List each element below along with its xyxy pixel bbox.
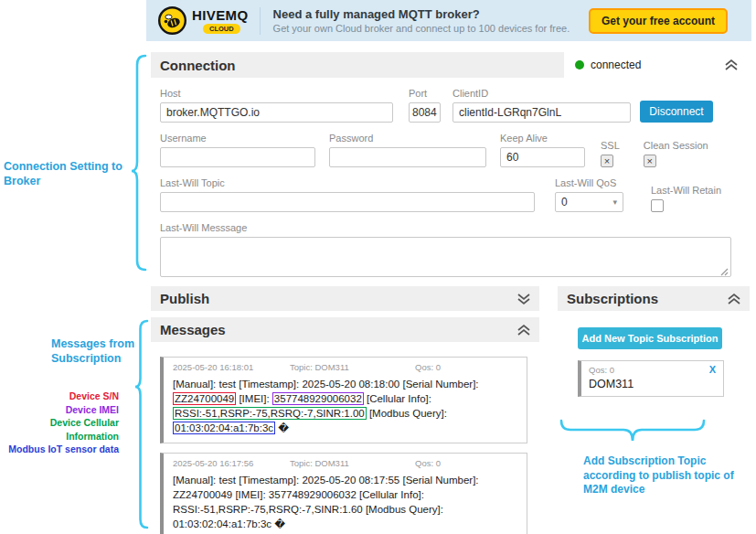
payload-segment: [Manual]: test [Timestamp]: 2025-05-20 0… xyxy=(173,379,479,390)
clean-session-label: Clean Session xyxy=(644,140,708,151)
lastwill-qos-select[interactable]: 0 ▾ xyxy=(555,192,623,212)
message-payload: [Manual]: test [Timestamp]: 2025-05-20 0… xyxy=(173,377,519,435)
annotation-device-labels: Device S/N Device IMEI Device Cellular I… xyxy=(5,390,119,456)
messages-header: Messages xyxy=(151,317,539,342)
cellular-info-value: RSSI:-51,RSRP:-75,RSRQ:-7,SINR:1.60 xyxy=(173,504,363,515)
hivemq-logo: HIVEMQ CLOUD xyxy=(146,5,249,36)
annotation-add-subscription: Add Subscription Topic according to publ… xyxy=(583,454,748,497)
lastwill-message-label: Last-Will Messsage xyxy=(160,222,731,233)
payload-segment: [Modbus Query]: xyxy=(363,504,443,515)
lastwill-retain-label: Last-Will Retain xyxy=(651,185,721,196)
annotation-brace-connection xyxy=(131,54,147,275)
messages-panel: Messages 2025-05-20 16:18:01 Topic: DOM3… xyxy=(151,317,539,534)
port-input[interactable] xyxy=(409,102,441,123)
payload-segment: [IMEI]: xyxy=(236,393,272,404)
payload-segment: [Cellular Info]: xyxy=(364,393,431,404)
annotation-modbus-iot: Modbus IoT sensor data xyxy=(5,443,119,456)
annotation-device-cellular: Device Cellular Information xyxy=(5,416,119,443)
annotation-brace-messages xyxy=(134,319,149,533)
payload-segment: [Manual]: test [Timestamp]: 2025-05-20 0… xyxy=(173,475,479,486)
subscriptions-header: Subscriptions xyxy=(558,286,750,311)
banner-subtext: Get your own Cloud broker and connect up… xyxy=(273,23,570,34)
modbus-query-value: 01:03:02:04:a1:7b:3c xyxy=(173,422,275,434)
publish-title: Publish xyxy=(151,291,209,306)
payload-segment: � xyxy=(272,518,285,529)
publish-header: Publish xyxy=(151,286,539,311)
keepalive-label: Keep Alive xyxy=(500,133,585,144)
cloud-badge: CLOUD xyxy=(203,24,240,34)
resize-handle-icon[interactable] xyxy=(720,268,729,276)
message-card: 2025-05-20 16:17:56 Topic: DOM311 Qos: 0… xyxy=(160,453,527,534)
lastwill-qos-value: 0 xyxy=(561,196,568,208)
clean-session-checkbox[interactable]: × xyxy=(644,155,656,167)
password-label: Password xyxy=(329,133,486,144)
clientid-label: ClientID xyxy=(453,88,631,99)
keepalive-input[interactable] xyxy=(500,147,585,167)
username-input[interactable] xyxy=(160,147,315,167)
subscriptions-panel: Subscriptions Add New Topic Subscription… xyxy=(558,286,750,397)
connection-title: Connection xyxy=(151,58,236,73)
message-meta: 2025-05-20 16:18:01 Topic: DOM311 Qos: 0 xyxy=(173,362,519,372)
serial-number-value: ZZ24700049 xyxy=(173,489,232,500)
message-payload: [Manual]: test [Timestamp]: 2025-05-20 0… xyxy=(173,473,519,531)
bee-logo-icon xyxy=(157,5,187,36)
message-card: 2025-05-20 16:18:01 Topic: DOM311 Qos: 0… xyxy=(160,357,527,443)
message-topic: Topic: DOM311 xyxy=(290,362,415,372)
disconnect-button[interactable]: Disconnect xyxy=(640,101,713,123)
payload-segment: [IMEI]: xyxy=(232,489,269,500)
imei-value: 357748929006032 xyxy=(269,489,357,500)
message-timestamp: 2025-05-20 16:18:01 xyxy=(173,362,290,372)
payload-segment: [Cellular Info]: xyxy=(357,489,424,500)
caret-down-icon: ▾ xyxy=(612,198,617,207)
port-label: Port xyxy=(409,88,441,99)
host-input[interactable] xyxy=(160,102,393,123)
message-meta: 2025-05-20 16:17:56 Topic: DOM311 Qos: 0 xyxy=(173,458,519,468)
subscription-qos: Qos: 0 xyxy=(589,365,614,375)
subscriptions-title: Subscriptions xyxy=(558,291,658,306)
chevron-double-up-icon[interactable] xyxy=(723,59,740,71)
chevron-double-up-icon[interactable] xyxy=(516,324,532,336)
add-subscription-button[interactable]: Add New Topic Subscription xyxy=(578,327,722,349)
get-free-account-button[interactable]: Get your free account xyxy=(589,8,728,34)
message-qos: Qos: 0 xyxy=(415,362,441,372)
message-qos: Qos: 0 xyxy=(415,458,441,468)
host-label: Host xyxy=(160,88,393,99)
payload-segment: � xyxy=(275,422,289,433)
subscription-topic: DOM311 xyxy=(589,378,716,390)
serial-number-value: ZZ24700049 xyxy=(173,392,236,405)
brand-name: HIVEMQ xyxy=(192,7,249,23)
annotation-device-imei: Device IMEI xyxy=(5,403,119,417)
message-list: 2025-05-20 16:18:01 Topic: DOM311 Qos: 0… xyxy=(151,357,539,534)
message-topic: Topic: DOM311 xyxy=(290,458,415,468)
imei-value: 357748929006032 xyxy=(272,392,364,405)
hivemq-banner: HIVEMQ CLOUD Need a fully managed MQTT b… xyxy=(146,0,751,41)
annotation-brace-subscription xyxy=(559,419,706,448)
lastwill-message-textarea[interactable] xyxy=(160,237,731,277)
connected-status-dot-icon xyxy=(575,60,584,69)
chevron-double-down-icon[interactable] xyxy=(516,293,532,305)
lastwill-qos-label: Last-Will QoS xyxy=(555,177,623,188)
ssl-label: SSL xyxy=(601,140,620,151)
cellular-info-value: RSSI:-51,RSRP:-75,RSRQ:-7,SINR:1.00 xyxy=(173,407,367,420)
remove-subscription-button[interactable]: X xyxy=(709,364,716,375)
banner-headline: Need a fully managed MQTT broker? xyxy=(273,7,570,21)
annotation-device-sn: Device S/N xyxy=(5,390,119,403)
username-label: Username xyxy=(160,133,315,144)
password-input[interactable] xyxy=(329,147,486,167)
payload-segment: [Modbus Query]: xyxy=(367,408,447,419)
clientid-input[interactable] xyxy=(453,102,631,123)
modbus-query-value: 01:03:02:04:a1:7b:3c xyxy=(173,518,272,529)
annotation-messages-from-subscription: Messages from Subscription xyxy=(51,336,135,366)
banner-divider xyxy=(260,7,261,35)
connection-status-label: connected xyxy=(591,59,641,71)
messages-title: Messages xyxy=(151,322,226,337)
publish-panel: Publish xyxy=(151,286,539,311)
message-timestamp: 2025-05-20 16:17:56 xyxy=(173,458,290,468)
lastwill-topic-label: Last-Will Topic xyxy=(160,177,535,188)
subscription-item: Qos: 0 X DOM311 xyxy=(578,360,724,397)
chevron-double-up-icon[interactable] xyxy=(726,293,742,305)
lastwill-topic-input[interactable] xyxy=(160,192,535,212)
ssl-checkbox[interactable]: × xyxy=(601,155,613,167)
lastwill-retain-checkbox[interactable] xyxy=(651,199,664,212)
connection-header: Connection connected xyxy=(151,52,745,78)
